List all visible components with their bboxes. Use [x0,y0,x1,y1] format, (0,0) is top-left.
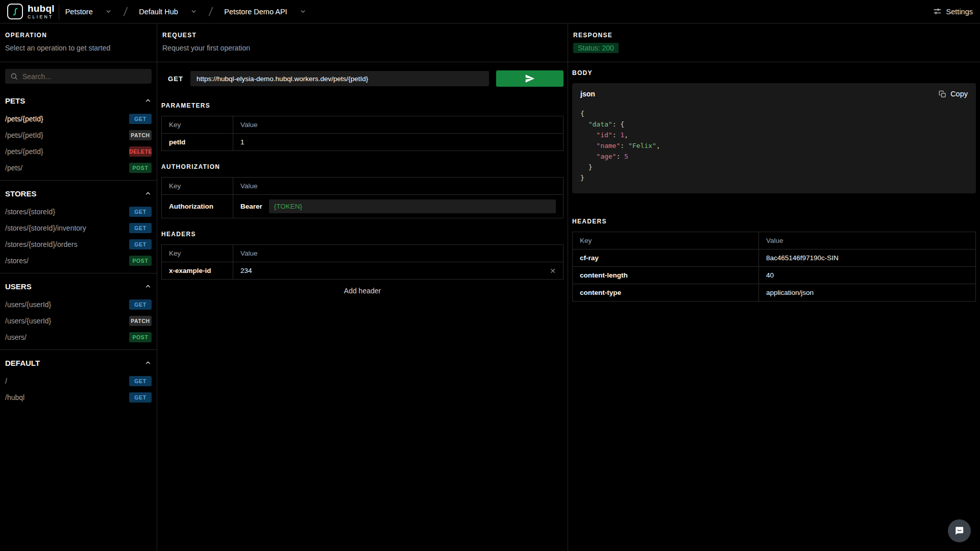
column-header-key: Key [162,178,233,195]
parameters-table: Key Value petId1 [161,116,564,151]
operation-path: /stores/{storeId}/orders [5,240,78,248]
sidebar-item-post-/stores/[interactable]: /stores/POST [5,253,152,269]
parameters-section: PARAMETERS Key Value petId1 [157,95,568,156]
table-row: petId1 [162,134,564,151]
column-header-value: Value [233,116,564,134]
breadcrumb: PetstoreDefault HubPetstore Demo API [65,7,306,16]
brand-name: hubql [28,4,55,13]
remove-header-icon[interactable]: ✕ [550,267,556,274]
sidebar-group-header[interactable]: STORES [5,186,152,201]
chat-bubble-icon [953,525,965,537]
method-badge: POST [129,332,152,342]
sidebar-item-get-/stores/{storeId}[interactable]: /stores/{storeId}GET [5,204,152,220]
status-badge: Status: 200 [573,43,619,53]
sidebar-group-pets: PETS/pets/{petId}GET/pets/{petId}PATCH/p… [0,88,157,181]
row-value-text: 234 [240,267,252,274]
request-panel-header: REQUEST Request your first operation [157,23,568,62]
sidebar-item-post-/users/[interactable]: /users/POST [5,329,152,345]
chevron-down-icon [300,8,306,15]
method-badge: PATCH [129,316,152,326]
operation-title: OPERATION [5,32,152,39]
operation-path: /users/ [5,333,27,341]
table-row: content-length40 [573,267,976,284]
method-badge: DELETE [129,146,152,157]
chevron-up-icon [144,190,152,197]
json-line: "data": { [580,119,968,130]
operation-path: /hubql [5,393,24,402]
copy-button[interactable]: Copy [939,90,968,98]
breadcrumb-label: Petstore Demo API [224,8,287,16]
json-line: "id": 1, [580,130,968,140]
search-box[interactable] [5,69,152,84]
chevron-up-icon [144,283,152,290]
app-root: hubql CLIENT PetstoreDefault HubPetstore… [0,0,980,551]
operation-path: /pets/{petId} [5,131,43,139]
json-line: "age": 5 [580,151,968,162]
search-input[interactable] [22,72,146,81]
url-input[interactable] [190,71,489,86]
operation-path: /stores/ [5,257,29,265]
sidebar-group-header[interactable]: DEFAULT [5,355,152,370]
search-icon [10,72,18,80]
request-headers-table: Key Value x-example-id234✕ [161,244,564,280]
token-input[interactable] [269,199,556,213]
sidebar-item-patch-/users/{userId}[interactable]: /users/{userId}PATCH [5,313,152,329]
operation-path: /users/{userId} [5,317,51,325]
row-value: 1 [233,134,564,151]
breadcrumb-separator [123,7,128,16]
send-request-button[interactable] [496,70,564,87]
authorization-section: AUTHORIZATION Key Value Authorization Be… [157,156,568,223]
sidebar-group-header[interactable]: USERS [5,279,152,294]
json-line: "name": "Felix", [580,140,968,151]
authorization-row: Authorization Bearer [162,195,564,218]
method-badge: GET [129,392,152,403]
breadcrumb-item-petstore[interactable]: Petstore [65,8,112,16]
sidebar-item-get-/hubql[interactable]: /hubqlGET [5,389,152,406]
table-row: content-typeapplication/json [573,284,976,302]
method-badge: GET [129,223,152,233]
sidebar-group-title: USERS [5,282,32,291]
sidebar-item-delete-/pets/{petId}[interactable]: /pets/{petId}DELETE [5,143,152,160]
sidebar-item-get-/pets/{petId}[interactable]: /pets/{petId}GET [5,111,152,127]
sidebar-item-get-/stores/{storeId}/inventory[interactable]: /stores/{storeId}/inventoryGET [5,220,152,236]
sidebar-item-get-/users/{userId}[interactable]: /users/{userId}GET [5,296,152,313]
sidebar-group-title: STORES [5,189,36,198]
url-row: GET [157,62,568,95]
sidebar-item-get-/stores/{storeId}/orders[interactable]: /stores/{storeId}/ordersGET [5,236,152,253]
copy-icon [939,90,946,98]
response-body-panel: json Copy { "data": { "id": 1, "name": "… [572,83,976,193]
breadcrumb-item-petstore-demo-api[interactable]: Petstore Demo API [224,8,306,16]
hubql-logo-icon [7,4,23,19]
sidebar-item-patch-/pets/{petId}[interactable]: /pets/{petId}PATCH [5,127,152,143]
sidebar-item-post-/pets/[interactable]: /pets/POST [5,160,152,176]
operation-sidebar: OPERATION Select an operation to get sta… [0,23,157,551]
sidebar-group-default: DEFAULT/GET/hubqlGET [0,350,157,410]
response-panel-header: RESPONSE Status: 200 [568,23,980,62]
sliders-icon [933,7,942,16]
chat-widget-button[interactable] [948,519,971,542]
operation-path: /pets/{petId} [5,147,43,156]
response-panel: RESPONSE Status: 200 BODY json Copy [568,23,980,551]
add-header-button[interactable]: Add header [161,280,564,302]
breadcrumb-label: Default Hub [139,8,178,16]
row-key: content-type [573,284,759,302]
sidebar-group-header[interactable]: PETS [5,93,152,108]
row-key: cf-ray [573,249,759,267]
brand-logo[interactable]: hubql CLIENT [7,4,55,19]
breadcrumb-separator [208,7,213,16]
sidebar-item-get-/[interactable]: /GET [5,373,152,389]
operation-path: /stores/{storeId} [5,208,55,216]
operation-path: /users/{userId} [5,300,51,309]
json-response-code: { "data": { "id": 1, "name": "Felix", "a… [580,108,968,183]
body-title: BODY [572,69,976,77]
response-headers-title: HEADERS [572,218,976,225]
operation-path: /pets/{petId} [5,115,43,123]
authorization-title: AUTHORIZATION [161,163,564,170]
row-value: 40 [759,267,976,284]
column-header-key: Key [573,232,759,249]
breadcrumb-item-default-hub[interactable]: Default Hub [139,8,197,16]
settings-button[interactable]: Settings [933,7,973,16]
chevron-up-icon [144,97,152,104]
send-icon [524,73,535,84]
topbar: hubql CLIENT PetstoreDefault HubPetstore… [0,0,980,23]
